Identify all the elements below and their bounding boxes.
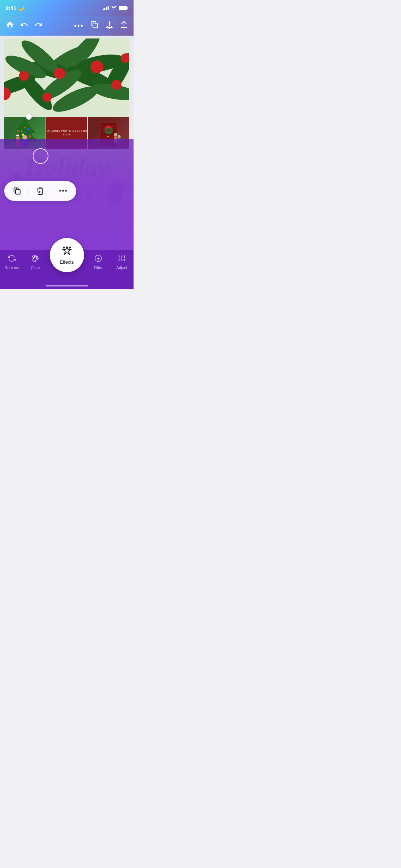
filter-tool[interactable]: Filter — [89, 254, 108, 270]
svg-rect-2 — [93, 23, 98, 28]
holly-background — [4, 38, 129, 117]
effects-fab[interactable]: Effects — [50, 238, 84, 272]
replace-icon — [8, 254, 16, 264]
svg-point-28 — [27, 128, 30, 130]
share-button[interactable] — [120, 20, 128, 31]
svg-point-19 — [90, 61, 103, 73]
moon-icon: 🌙 — [18, 5, 25, 11]
replace-tool[interactable]: Replace — [2, 254, 21, 270]
float-toolbar: ••• — [4, 181, 76, 201]
adjust-tool[interactable]: Adjust — [113, 254, 131, 270]
adjust-icon — [118, 254, 126, 264]
svg-point-27 — [17, 130, 19, 132]
svg-rect-62 — [16, 190, 20, 194]
svg-point-39 — [26, 132, 27, 134]
svg-point-18 — [54, 68, 65, 79]
color-tool[interactable]: Color — [26, 254, 45, 270]
svg-point-38 — [21, 130, 22, 132]
color-icon — [31, 254, 39, 264]
status-icons — [103, 6, 128, 10]
effects-fab-icon — [62, 246, 72, 258]
svg-point-64 — [33, 258, 34, 259]
more-float-button[interactable]: ••• — [56, 184, 71, 198]
photo-cell-text-content: 15 FAMILY PHOTO IDEAS FOR YOUR — [46, 129, 88, 136]
svg-point-40 — [24, 127, 26, 128]
toolbar-left — [6, 20, 43, 31]
time-display: 9:41 — [6, 5, 16, 11]
toolbar-right: ••• — [74, 20, 128, 31]
svg-point-70 — [63, 247, 65, 248]
signal-icon — [103, 6, 109, 10]
duplicate-button[interactable] — [90, 20, 99, 31]
filter-label: Filter — [94, 265, 102, 270]
svg-rect-1 — [127, 7, 128, 9]
download-button[interactable] — [105, 20, 114, 31]
canvas-area[interactable]: 15 FAMILY PHOTO IDEAS FOR YOUR — [0, 36, 134, 289]
battery-icon — [119, 6, 128, 10]
svg-point-22 — [42, 93, 52, 102]
color-label: Color — [31, 265, 40, 270]
svg-point-65 — [34, 257, 35, 258]
undo-button[interactable] — [20, 20, 28, 31]
home-indicator — [46, 285, 88, 286]
svg-point-47 — [107, 136, 109, 138]
svg-point-66 — [36, 257, 37, 258]
adjust-label: Adjust — [116, 265, 127, 270]
svg-point-69 — [69, 247, 71, 248]
main-toolbar: ••• — [0, 16, 134, 36]
svg-point-58 — [108, 126, 109, 128]
home-button[interactable] — [6, 20, 14, 31]
selection-circle[interactable] — [33, 148, 48, 164]
svg-point-21 — [111, 80, 121, 90]
more-button[interactable]: ••• — [74, 21, 84, 30]
svg-rect-37 — [16, 135, 19, 136]
replace-label: Replace — [5, 265, 19, 270]
svg-point-67 — [37, 258, 38, 259]
design-card[interactable] — [4, 38, 129, 117]
redo-button[interactable] — [34, 20, 43, 31]
filter-icon — [94, 254, 102, 264]
duplicate-float-button[interactable] — [10, 184, 24, 198]
svg-point-52 — [114, 133, 118, 136]
effects-fab-label: Effects — [60, 259, 74, 265]
wifi-icon — [111, 6, 117, 10]
delete-float-button[interactable] — [33, 184, 47, 198]
svg-point-30 — [29, 135, 31, 138]
svg-point-54 — [118, 135, 121, 138]
svg-rect-0 — [119, 6, 127, 10]
svg-point-17 — [19, 71, 29, 81]
status-time: 9:41 🌙 — [6, 5, 25, 11]
status-bar: 9:41 🌙 — [0, 0, 134, 16]
resize-handle[interactable] — [26, 114, 32, 120]
